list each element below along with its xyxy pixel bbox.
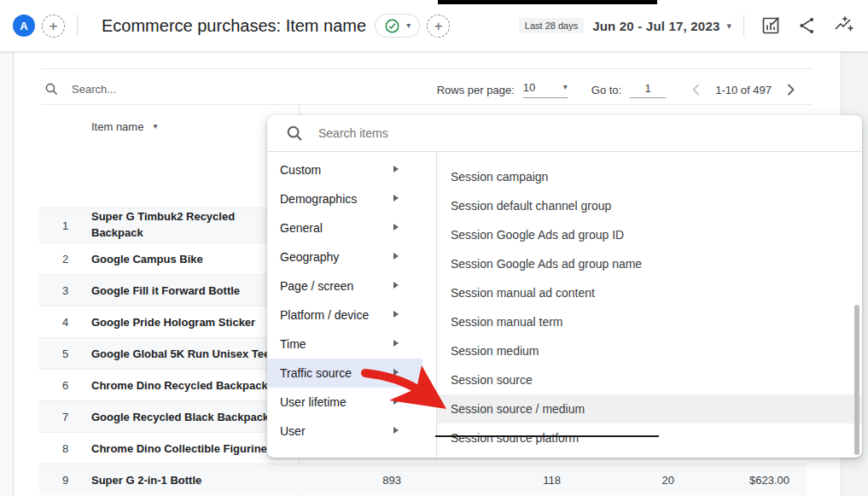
customize-report-button[interactable] [760, 15, 781, 36]
dimension-category-item[interactable]: General [267, 213, 436, 242]
header-divider [743, 15, 744, 37]
dimension-menu-item[interactable]: Session default channel group [437, 191, 862, 220]
item-name-cell: Super G 2-in-1 Bottle [91, 474, 267, 487]
submenu-arrow-icon [393, 253, 399, 260]
menu-scrollbar-thumb[interactable] [854, 305, 859, 455]
dimension-label: Session source [451, 373, 533, 387]
dimension-category-item[interactable]: Traffic source [267, 359, 436, 388]
item-name-cell: Google Recycled Black Backpack [91, 411, 267, 423]
header-divider [77, 15, 78, 37]
row-index: 3 [39, 284, 91, 297]
dimension-category-item[interactable]: User [267, 417, 436, 446]
item-name-cell: Google Global 5K Run Unisex Tee [91, 347, 267, 360]
dimension-category-item[interactable]: User lifetime [267, 388, 436, 417]
dimension-menu-item[interactable]: Session Google Ads ad group name [437, 249, 862, 278]
dimension-category-item[interactable]: Time [267, 330, 436, 359]
category-label: User [280, 424, 306, 438]
item-name-cell: Chrome Dino Collectible Figurine [91, 442, 267, 455]
category-label: Page / screen [280, 279, 353, 293]
dimension-category-item[interactable]: Platform / device [267, 301, 436, 330]
header-right-group: Last 28 days Jun 20 - Jul 17, 2023 ▾ [519, 15, 854, 37]
insights-button[interactable] [834, 15, 854, 36]
metric-cell: 893 [267, 474, 401, 487]
dimension-menu-item[interactable]: Session Google Ads ad group ID [437, 220, 862, 249]
row-index: 5 [39, 347, 91, 360]
dimension-menu-body: Custom Demographics General Geography Pa… [267, 152, 862, 458]
dimension-category-item[interactable]: Geography [267, 242, 436, 271]
row-index: 9 [39, 474, 91, 487]
rows-per-page-select[interactable]: 10 ▾ [523, 81, 568, 98]
row-index: 2 [39, 253, 91, 266]
chevron-left-icon [691, 84, 700, 96]
row-index: 4 [39, 316, 91, 329]
add-comparison-button[interactable]: + [42, 15, 65, 38]
dimension-menu-item[interactable]: Session source / medium [437, 394, 862, 423]
dimension-label: Session manual ad content [451, 286, 595, 300]
report-status-pill[interactable]: ▾ [375, 14, 420, 38]
submenu-arrow-icon [393, 311, 399, 318]
submenu-arrow-icon [393, 282, 399, 289]
check-circle-icon [384, 18, 400, 34]
category-label: Geography [280, 250, 339, 264]
toolbar-bottom-rule [41, 104, 813, 105]
category-label: Demographics [280, 192, 357, 206]
app-header: A + Ecommerce purchases: Item name ▾ + L… [0, 0, 868, 51]
previous-page-button[interactable] [686, 80, 705, 99]
search-input[interactable] [70, 82, 227, 96]
metric-cell: 118 [401, 474, 561, 487]
category-label: Platform / device [280, 308, 369, 322]
dimension-category-list: Custom Demographics General Geography Pa… [267, 152, 437, 458]
item-name-cell: Google Campus Bike [91, 253, 267, 266]
dimension-category-item[interactable]: Page / screen [267, 271, 436, 301]
item-name-cell: Google Pride Hologram Sticker [91, 316, 267, 329]
redaction-bar [438, 0, 657, 4]
dimension-search-input[interactable] [317, 125, 661, 141]
dimension-menu-item[interactable]: Session manual ad content [437, 278, 862, 307]
category-label: Time [280, 337, 306, 351]
date-range-value[interactable]: Jun 20 - Jul 17, 2023 [592, 19, 719, 33]
avatar[interactable]: A [13, 15, 35, 37]
ga4-report-page: A + Ecommerce purchases: Item name ▾ + L… [0, 0, 868, 496]
dimension-menu-item[interactable]: Session medium [437, 336, 862, 365]
dimension-category-item[interactable]: Demographics [267, 184, 436, 213]
item-name-cell: Chrome Dino Recycled Backpack [91, 379, 267, 392]
row-index: 1 [39, 219, 91, 232]
dimension-menu-item[interactable]: Session campaign [437, 162, 862, 191]
row-index: 7 [39, 411, 91, 423]
item-name-column-header[interactable]: Item name ▾ [91, 117, 157, 136]
dimension-label: Session source platform [451, 431, 579, 445]
dimension-menu-item[interactable]: Session manual term [437, 307, 862, 336]
insights-sparkline-icon [834, 15, 854, 36]
dimension-menu-item[interactable]: Session source [437, 365, 862, 394]
column-header-label: Item name [91, 120, 143, 133]
search-icon [286, 125, 304, 143]
dimension-label: Session source / medium [451, 402, 585, 416]
share-button[interactable] [797, 15, 818, 36]
next-page-button[interactable] [782, 80, 801, 99]
date-range-chip: Last 28 days [519, 18, 584, 33]
pagination-range: 1-10 of 497 [715, 84, 772, 96]
table-search [44, 79, 227, 98]
share-icon [797, 15, 818, 36]
table-row: 9 Super G 2-in-1 Bottle 893 118 20 $623.… [39, 464, 807, 495]
dimension-menu-item[interactable]: Session source platform [437, 423, 862, 452]
goto-page-input[interactable] [630, 82, 666, 98]
submenu-arrow-icon [393, 224, 399, 230]
chevron-down-icon: ▾ [153, 122, 157, 131]
dimension-label: Session manual term [451, 315, 563, 329]
category-label: User lifetime [280, 395, 347, 409]
pagination-bar: Rows per page: 10 ▾ Go to: 1-10 of 497 [437, 79, 801, 101]
item-name-cell: Google Fill it Forward Bottle [91, 284, 267, 297]
dimension-label: Session Google Ads ad group ID [451, 228, 624, 242]
page-title: Ecommerce purchases: Item name [102, 16, 366, 36]
dimension-category-item[interactable]: Custom [267, 155, 436, 184]
rows-per-page-value: 10 [523, 81, 535, 94]
item-name-cell: Super G Timbuk2 Recycled Backpack [91, 209, 267, 242]
rows-per-page-label: Rows per page: [437, 84, 515, 96]
edit-chart-icon [760, 15, 781, 36]
submenu-arrow-icon [393, 166, 399, 172]
add-report-item-button[interactable]: + [427, 15, 450, 38]
submenu-arrow-icon [393, 398, 399, 405]
dimension-label: Session Google Ads ad group name [451, 257, 642, 271]
strikethrough-annotation [435, 435, 659, 437]
